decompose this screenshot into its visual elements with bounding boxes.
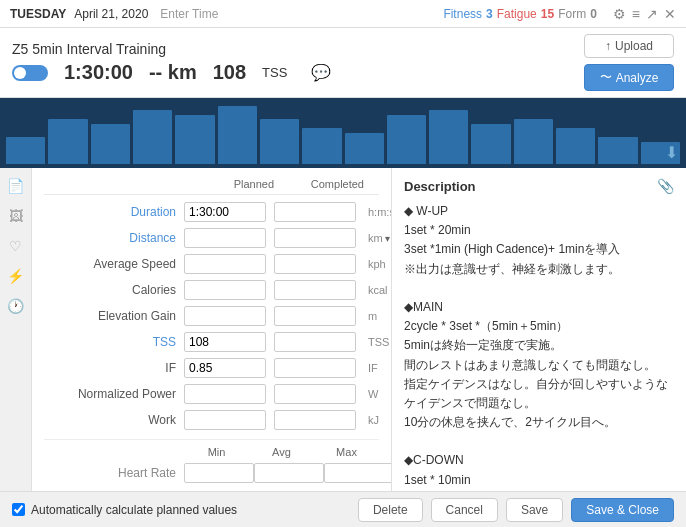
cancel-button[interactable]: Cancel [431,498,498,522]
form-header: Planned Completed [44,178,379,195]
sidebar-file-icon[interactable]: 📄 [7,178,24,194]
form-unit: TSS [364,336,389,348]
comment-icon[interactable]: 💬 [311,63,331,82]
chart-bar [598,137,637,164]
left-sidebar: 📄 🖼 ♡ ⚡ 🕐 [0,168,32,497]
form-completed-input-4[interactable] [274,306,356,326]
chart-bar [429,110,468,164]
form-row-label: Work [44,413,184,427]
hr-avg-input[interactable] [254,463,324,483]
header-icons: ⚙ ≡ ↗ ✕ [613,6,676,22]
toggle-switch[interactable] [12,65,48,81]
header-metrics: Fitness 3 Fatigue 15 Form 0 [443,7,596,21]
workout-title: Z5 5min Interval Training [12,41,584,57]
settings-icon[interactable]: ⚙ [613,6,626,22]
form-completed-input-0[interactable] [274,202,356,222]
form-planned-input-0[interactable] [184,202,266,222]
form-unit: kJ [364,414,379,426]
form-row-label: Distance [44,231,184,245]
form-unit: h:m:s [364,206,392,218]
form-header-completed: Completed [274,178,364,190]
form-planned-input-1[interactable] [184,228,266,248]
unit-dropdown-arrow[interactable]: ▾ [385,233,390,244]
desc-text: ◆ W-UP 1set * 20min 3set *1min (High Cad… [404,202,674,497]
hr-max-input[interactable] [324,463,392,483]
form-completed-input-6[interactable] [274,358,356,378]
chart-bar [260,119,299,164]
top-card-actions: ↑ Upload 〜 Analyze [584,34,674,91]
stat-distance: -- km [149,61,197,84]
form-planned-input-5[interactable] [184,332,266,352]
download-icon[interactable]: ⬇ [665,143,678,162]
fatigue-value: 15 [541,7,554,21]
upload-label: Upload [615,39,653,53]
sidebar-image-icon[interactable]: 🖼 [9,208,23,224]
form-unit: kcal [364,284,388,296]
upload-button[interactable]: ↑ Upload [584,34,674,58]
hr-label: Heart Rate [44,466,184,480]
fitness-label: Fitness [443,7,482,21]
expand-icon[interactable]: ↗ [646,6,658,22]
form-row-label: Normalized Power [44,387,184,401]
form-unit: W [364,388,379,400]
sidebar-bolt-icon[interactable]: ⚡ [7,268,24,284]
hr-row: Heart Rate bpm [44,462,379,484]
chart-bar [133,110,172,164]
form-header-planned: Planned [184,178,274,190]
bottom-bar: Automatically calculate planned values D… [0,491,686,527]
form-completed-input-5[interactable] [274,332,356,352]
analyze-label: Analyze [616,71,659,85]
form-planned-input-8[interactable] [184,410,266,430]
delete-button[interactable]: Delete [358,498,423,522]
chart-bar [514,119,553,164]
form-row-label: Calories [44,283,184,297]
form-row: Normalized PowerW [44,383,379,405]
form-row: IFIF [44,357,379,379]
fatigue-label: Fatigue [497,7,537,21]
form-value: 0 [590,7,597,21]
svg-point-1 [14,67,26,79]
analyze-button[interactable]: 〜 Analyze [584,64,674,91]
chart-bar [218,106,257,165]
form-row: TSSTSS [44,331,379,353]
chart-bar [91,124,130,165]
save-close-button[interactable]: Save & Close [571,498,674,522]
chart-bar [175,115,214,165]
hr-max-header: Max [314,446,379,458]
form-completed-input-8[interactable] [274,410,356,430]
stat-tss-label: TSS [262,65,287,80]
form-unit: IF [364,362,379,374]
menu-icon[interactable]: ≡ [632,6,640,22]
header-enter-time[interactable]: Enter Time [160,7,218,21]
form-completed-input-3[interactable] [274,280,356,300]
chart-bar [471,124,510,165]
form-planned-input-6[interactable] [184,358,266,378]
hr-section: Min Avg Max Heart Rate bpm [44,439,379,484]
stat-tss: 108 [213,61,246,84]
form-completed-input-1[interactable] [274,228,356,248]
attach-icon[interactable]: 📎 [657,178,674,194]
sidebar-clock-icon[interactable]: 🕐 [7,298,24,314]
form-planned-input-4[interactable] [184,306,266,326]
header-date: April 21, 2020 [74,7,148,21]
chart-bar [48,119,87,164]
form-header-field-label [44,178,184,190]
form-completed-input-7[interactable] [274,384,356,404]
form-row: Durationh:m:s [44,201,379,223]
sidebar-heart-icon[interactable]: ♡ [9,238,22,254]
auto-calc-checkbox[interactable] [12,503,25,516]
form-completed-input-2[interactable] [274,254,356,274]
chart-bar [6,137,45,164]
description-area: Description 📎 ◆ W-UP 1set * 20min 3set *… [392,168,686,497]
form-planned-input-3[interactable] [184,280,266,300]
auto-calc: Automatically calculate planned values [12,503,237,517]
form-row: Elevation Gainm [44,305,379,327]
hr-min-input[interactable] [184,463,254,483]
form-planned-input-7[interactable] [184,384,266,404]
form-row-label: IF [44,361,184,375]
form-row: WorkkJ [44,409,379,431]
form-planned-input-2[interactable] [184,254,266,274]
form-header-unit [364,178,379,190]
save-button[interactable]: Save [506,498,563,522]
close-icon[interactable]: ✕ [664,6,676,22]
